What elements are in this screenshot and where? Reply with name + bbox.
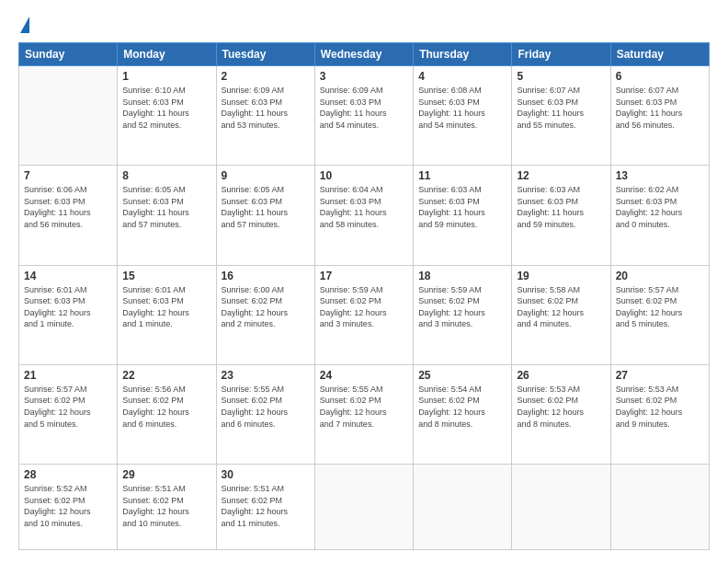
calendar-cell: 14Sunrise: 6:01 AMSunset: 6:03 PMDayligh… [19, 265, 118, 364]
day-number: 1 [122, 70, 210, 83]
day-number: 24 [320, 369, 408, 382]
weekday-header-row: SundayMondayTuesdayWednesdayThursdayFrid… [19, 43, 710, 66]
week-row-3: 14Sunrise: 6:01 AMSunset: 6:03 PMDayligh… [19, 265, 710, 364]
calendar-cell: 23Sunrise: 5:55 AMSunset: 6:02 PMDayligh… [216, 364, 314, 464]
calendar-cell: 1Sunrise: 6:10 AMSunset: 6:03 PMDaylight… [118, 66, 216, 166]
calendar-cell: 22Sunrise: 5:56 AMSunset: 6:02 PMDayligh… [118, 364, 216, 464]
day-number: 12 [517, 169, 605, 182]
week-row-5: 28Sunrise: 5:52 AMSunset: 6:02 PMDayligh… [19, 465, 710, 550]
header [18, 17, 710, 33]
day-info: Sunrise: 5:51 AMSunset: 6:02 PMDaylight:… [222, 483, 310, 529]
calendar-cell: 18Sunrise: 5:59 AMSunset: 6:02 PMDayligh… [414, 265, 512, 364]
day-number: 20 [616, 270, 704, 282]
calendar-cell: 20Sunrise: 5:57 AMSunset: 6:02 PMDayligh… [610, 265, 709, 364]
calendar-cell [314, 465, 413, 550]
calendar-cell [19, 66, 118, 166]
calendar-cell: 13Sunrise: 6:02 AMSunset: 6:03 PMDayligh… [610, 166, 709, 265]
day-info: Sunrise: 6:05 AMSunset: 6:03 PMDaylight:… [222, 184, 310, 230]
day-number: 15 [122, 270, 210, 282]
week-row-1: 1Sunrise: 6:10 AMSunset: 6:03 PMDaylight… [19, 66, 710, 166]
day-number: 23 [222, 369, 310, 382]
day-info: Sunrise: 6:03 AMSunset: 6:03 PMDaylight:… [517, 184, 605, 230]
weekday-header-monday: Monday [118, 43, 216, 66]
day-number: 13 [616, 169, 704, 182]
day-info: Sunrise: 5:54 AMSunset: 6:02 PMDaylight:… [418, 384, 506, 430]
day-number: 14 [24, 270, 112, 282]
calendar-cell: 16Sunrise: 6:00 AMSunset: 6:02 PMDayligh… [216, 265, 314, 364]
calendar-cell: 12Sunrise: 6:03 AMSunset: 6:03 PMDayligh… [512, 166, 610, 265]
day-info: Sunrise: 5:59 AMSunset: 6:02 PMDaylight:… [418, 284, 506, 330]
day-number: 7 [24, 169, 112, 182]
calendar-cell: 4Sunrise: 6:08 AMSunset: 6:03 PMDaylight… [414, 66, 512, 166]
day-info: Sunrise: 6:02 AMSunset: 6:03 PMDaylight:… [616, 184, 704, 230]
logo [18, 17, 29, 33]
day-number: 30 [222, 468, 310, 481]
day-number: 18 [418, 270, 506, 282]
weekday-header-thursday: Thursday [414, 43, 512, 66]
weekday-header-sunday: Sunday [19, 43, 118, 66]
day-number: 11 [418, 169, 506, 182]
calendar-cell [414, 465, 512, 550]
day-number: 25 [418, 369, 506, 382]
day-info: Sunrise: 6:07 AMSunset: 6:03 PMDaylight:… [517, 85, 605, 131]
calendar-cell: 9Sunrise: 6:05 AMSunset: 6:03 PMDaylight… [216, 166, 314, 265]
day-number: 4 [418, 70, 506, 83]
calendar-cell: 30Sunrise: 5:51 AMSunset: 6:02 PMDayligh… [216, 465, 314, 550]
calendar-cell: 24Sunrise: 5:55 AMSunset: 6:02 PMDayligh… [314, 364, 413, 464]
day-number: 19 [517, 270, 605, 282]
calendar-cell: 6Sunrise: 6:07 AMSunset: 6:03 PMDaylight… [610, 66, 709, 166]
day-info: Sunrise: 6:05 AMSunset: 6:03 PMDaylight:… [122, 184, 210, 230]
calendar-cell: 3Sunrise: 6:09 AMSunset: 6:03 PMDaylight… [314, 66, 413, 166]
day-number: 10 [320, 169, 408, 182]
day-info: Sunrise: 6:06 AMSunset: 6:03 PMDaylight:… [24, 184, 112, 230]
weekday-header-saturday: Saturday [610, 43, 709, 66]
calendar-cell: 19Sunrise: 5:58 AMSunset: 6:02 PMDayligh… [512, 265, 610, 364]
calendar-cell: 26Sunrise: 5:53 AMSunset: 6:02 PMDayligh… [512, 364, 610, 464]
day-info: Sunrise: 6:00 AMSunset: 6:02 PMDaylight:… [222, 284, 310, 330]
day-info: Sunrise: 5:57 AMSunset: 6:02 PMDaylight:… [616, 284, 704, 330]
calendar-cell: 5Sunrise: 6:07 AMSunset: 6:03 PMDaylight… [512, 66, 610, 166]
day-info: Sunrise: 6:01 AMSunset: 6:03 PMDaylight:… [24, 284, 112, 330]
day-number: 6 [616, 70, 704, 83]
day-info: Sunrise: 5:55 AMSunset: 6:02 PMDaylight:… [320, 384, 408, 430]
calendar-cell: 29Sunrise: 5:51 AMSunset: 6:02 PMDayligh… [118, 465, 216, 550]
day-info: Sunrise: 5:53 AMSunset: 6:02 PMDaylight:… [616, 384, 704, 430]
calendar-cell [610, 465, 709, 550]
day-info: Sunrise: 5:58 AMSunset: 6:02 PMDaylight:… [517, 284, 605, 330]
day-info: Sunrise: 5:55 AMSunset: 6:02 PMDaylight:… [222, 384, 310, 430]
calendar-cell: 2Sunrise: 6:09 AMSunset: 6:03 PMDaylight… [216, 66, 314, 166]
day-number: 3 [320, 70, 408, 83]
weekday-header-wednesday: Wednesday [314, 43, 413, 66]
day-number: 26 [517, 369, 605, 382]
logo-triangle-icon [20, 17, 29, 33]
day-info: Sunrise: 5:51 AMSunset: 6:02 PMDaylight:… [122, 483, 210, 529]
day-number: 5 [517, 70, 605, 83]
day-info: Sunrise: 6:03 AMSunset: 6:03 PMDaylight:… [418, 184, 506, 230]
day-info: Sunrise: 6:07 AMSunset: 6:03 PMDaylight:… [616, 85, 704, 131]
day-info: Sunrise: 6:09 AMSunset: 6:03 PMDaylight:… [222, 85, 310, 131]
day-number: 29 [122, 468, 210, 481]
day-info: Sunrise: 5:53 AMSunset: 6:02 PMDaylight:… [517, 384, 605, 430]
calendar-cell [512, 465, 610, 550]
day-info: Sunrise: 6:08 AMSunset: 6:03 PMDaylight:… [418, 85, 506, 131]
day-info: Sunrise: 6:09 AMSunset: 6:03 PMDaylight:… [320, 85, 408, 131]
day-number: 2 [222, 70, 310, 83]
page: SundayMondayTuesdayWednesdayThursdayFrid… [0, 0, 728, 563]
week-row-2: 7Sunrise: 6:06 AMSunset: 6:03 PMDaylight… [19, 166, 710, 265]
day-number: 28 [24, 468, 112, 481]
calendar-cell: 8Sunrise: 6:05 AMSunset: 6:03 PMDaylight… [118, 166, 216, 265]
day-info: Sunrise: 6:04 AMSunset: 6:03 PMDaylight:… [320, 184, 408, 230]
calendar-cell: 11Sunrise: 6:03 AMSunset: 6:03 PMDayligh… [414, 166, 512, 265]
day-number: 9 [222, 169, 310, 182]
day-info: Sunrise: 6:01 AMSunset: 6:03 PMDaylight:… [122, 284, 210, 330]
day-info: Sunrise: 5:56 AMSunset: 6:02 PMDaylight:… [122, 384, 210, 430]
calendar-cell: 28Sunrise: 5:52 AMSunset: 6:02 PMDayligh… [19, 465, 118, 550]
day-info: Sunrise: 5:52 AMSunset: 6:02 PMDaylight:… [24, 483, 112, 529]
day-info: Sunrise: 5:57 AMSunset: 6:02 PMDaylight:… [24, 384, 112, 430]
day-info: Sunrise: 5:59 AMSunset: 6:02 PMDaylight:… [320, 284, 408, 330]
week-row-4: 21Sunrise: 5:57 AMSunset: 6:02 PMDayligh… [19, 364, 710, 464]
day-number: 27 [616, 369, 704, 382]
day-number: 17 [320, 270, 408, 282]
day-number: 16 [222, 270, 310, 282]
day-number: 8 [122, 169, 210, 182]
